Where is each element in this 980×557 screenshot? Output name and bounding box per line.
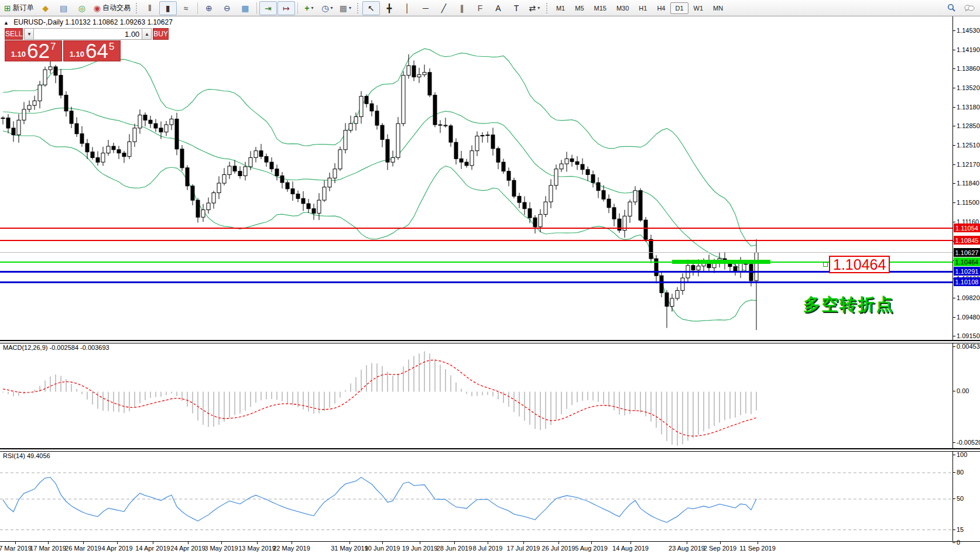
time-axis-tick — [117, 542, 118, 544]
text-button[interactable]: A — [489, 1, 507, 15]
support-line-2[interactable] — [0, 281, 952, 283]
navigator-icon: ▤ — [60, 4, 67, 12]
time-axis-label: 19 Jun 2019 — [402, 545, 438, 552]
tile-windows-button[interactable]: ▦ — [237, 1, 254, 15]
time-axis-label: 8 Jul 2019 — [473, 545, 503, 552]
chart-title: ▲ EURUSD-,Daily 1.10132 1.10862 1.09263 … — [4, 18, 173, 26]
turning-point-text[interactable]: 多空转折点 — [803, 293, 894, 317]
vertical-line-icon: │ — [405, 4, 410, 12]
chart-shift-icon: ↦ — [283, 4, 290, 12]
time-axis-label: 26 Jul 2019 — [542, 545, 575, 552]
time-axis-label: 17 Mar 2019 — [30, 545, 66, 552]
support-line-1[interactable] — [0, 271, 952, 273]
pivot-line-green[interactable] — [0, 262, 952, 263]
timeframe-m30[interactable]: M30 — [612, 2, 633, 14]
bollinger-lower — [3, 131, 756, 321]
trendline-button[interactable]: ╱ — [435, 1, 453, 15]
time-axis-tick — [631, 542, 631, 544]
sell-price-tile[interactable]: 1.10 62 7 — [5, 40, 62, 61]
toolbar-separator — [297, 2, 298, 14]
tile-windows-icon: ▦ — [241, 4, 249, 12]
timeframe-h1[interactable]: H1 — [634, 2, 652, 14]
fibonacci-icon: F — [478, 4, 483, 12]
resistance-line-1[interactable] — [0, 228, 952, 229]
timeframe-mn[interactable]: MN — [708, 2, 728, 14]
line-anchor-marker[interactable] — [823, 262, 828, 267]
volume-decrease-button[interactable]: ▼ — [24, 28, 34, 40]
chart-symbol-period: EURUSD-,Daily — [13, 18, 63, 26]
sell-button[interactable]: SELL — [5, 28, 23, 40]
support-line-1-badge: 1.10291 — [954, 267, 980, 276]
toolbar-separator — [256, 2, 257, 14]
line-chart-icon: ≈ — [184, 4, 189, 12]
panel-splitter-rsi[interactable] — [0, 448, 980, 452]
arrows-button[interactable]: ⇄▾ — [526, 1, 543, 15]
fibonacci-button[interactable]: F — [471, 1, 489, 15]
time-axis-tick — [15, 542, 16, 544]
indicators-button[interactable]: +▾ — [300, 1, 318, 15]
crosshair-button[interactable]: ╋ — [381, 1, 398, 15]
market-watch-icon: ◆ — [42, 4, 49, 12]
price-level-callout[interactable]: 1.10464 — [829, 256, 890, 273]
time-axis-label: 24 Apr 2019 — [170, 545, 205, 552]
chevron-down-icon: ▾ — [331, 5, 333, 11]
cursor-button[interactable]: ↖ — [362, 1, 380, 15]
templates-button[interactable]: ▩▾ — [337, 1, 354, 15]
candlestick-chart-button[interactable]: ▮ — [159, 1, 177, 15]
zoom-out-button[interactable]: ⊖ — [218, 1, 236, 15]
collapse-icon[interactable]: ▲ — [4, 20, 9, 26]
volume-increase-button[interactable]: ▲ — [142, 28, 152, 40]
vertical-line-button[interactable]: │ — [399, 1, 416, 15]
chart-shift-button[interactable]: ↦ — [277, 1, 295, 15]
price-axis-tick: 1.14190 — [957, 46, 980, 53]
time-axis-tick — [558, 542, 559, 544]
data-window-button[interactable]: ◎ — [73, 1, 91, 15]
zoom-in-button[interactable]: ⊕ — [200, 1, 218, 15]
price-axis-tick: 1.13860 — [957, 65, 980, 72]
highlight-segment[interactable] — [672, 260, 770, 264]
time-axis-label: 14 Aug 2019 — [612, 545, 649, 552]
zoom-in-icon: ⊕ — [205, 4, 213, 12]
current-price-line[interactable] — [0, 252, 952, 253]
volume-input[interactable] — [34, 28, 142, 40]
bollinger-middle — [3, 108, 756, 273]
price-axis-tick: 1.13180 — [957, 104, 980, 111]
time-axis-label: 2 Sep 2019 — [704, 545, 736, 552]
navigator-button[interactable]: ▤ — [55, 1, 73, 15]
time-axis-label: 31 May 2019 — [331, 545, 368, 552]
channel-button[interactable]: ∥ — [453, 1, 471, 15]
buy-price-tile[interactable]: 1.10 64 5 — [63, 40, 121, 61]
timeframe-d1[interactable]: D1 — [670, 2, 688, 14]
label-icon: T — [514, 4, 519, 12]
panel-splitter-macd[interactable] — [0, 340, 980, 343]
timeframe-h4[interactable]: H4 — [652, 2, 670, 14]
time-axis-tick — [153, 542, 153, 544]
bar-chart-button[interactable]: ‖ — [141, 1, 159, 15]
periods-button[interactable]: ◷▾ — [318, 1, 336, 15]
price-axis-tick: 1.11500 — [957, 199, 979, 206]
buy-button[interactable]: BUY — [153, 28, 169, 40]
timeframe-m1[interactable]: M1 — [551, 2, 570, 14]
timeframe-m15[interactable]: M15 — [590, 2, 611, 14]
search-button[interactable] — [943, 1, 960, 15]
timeframe-w1[interactable]: W1 — [689, 2, 708, 14]
support-line-2-badge: 1.10108 — [954, 277, 980, 286]
toolbar-buttons: ⊞新订单◆▤◎◉自动交易‖▮≈⊕⊖▦⇥↦+▾◷▾▩▾↖╋│─╱∥FAT⇄▾M1M… — [2, 1, 728, 15]
indicators-icon: + — [304, 4, 309, 12]
time-axis-tick — [221, 542, 222, 544]
chevron-down-icon: ▾ — [311, 5, 314, 11]
horizontal-line-button[interactable]: ─ — [417, 1, 434, 15]
auto-scroll-button[interactable]: ⇥ — [259, 1, 277, 15]
market-watch-button[interactable]: ◆ — [37, 1, 54, 15]
line-chart-button[interactable]: ≈ — [177, 1, 195, 15]
time-axis-tick — [420, 542, 420, 544]
new-order-button[interactable]: ⊞新订单 — [2, 1, 36, 15]
sell-price-sup: 7 — [50, 41, 56, 53]
label-button[interactable]: T — [508, 1, 525, 15]
auto-trading-button[interactable]: ◉自动交易 — [91, 1, 133, 15]
timeframe-m5[interactable]: M5 — [570, 2, 588, 14]
rsi-axis-tick: 100 — [957, 451, 967, 458]
resistance-line-2[interactable] — [0, 240, 952, 241]
auto-trading-button-label: 自动交易 — [102, 3, 131, 13]
chat-button[interactable] — [961, 1, 978, 15]
